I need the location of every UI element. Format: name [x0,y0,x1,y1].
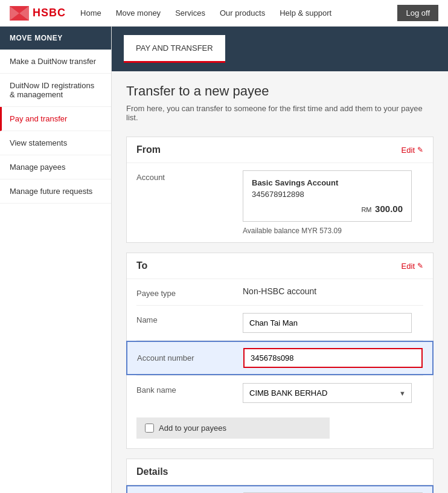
payee-type-label: Payee type [136,286,233,298]
sidebar-item-pay-transfer[interactable]: Pay and transfer [0,107,111,131]
top-navigation: HSBC Home Move money Services Our produc… [0,0,448,27]
pay-transfer-tab[interactable]: PAY AND TRANSFER [124,35,225,63]
logo-area: HSBC [10,6,66,21]
name-row: Name [127,306,433,340]
account-box: Basic Savings Account 345678912898 RM 30… [243,170,412,222]
main-layout: Move Money Make a DuitNow transfer DuitN… [0,27,448,493]
account-name: Basic Savings Account [252,178,403,187]
from-title: From [136,144,161,155]
from-account-row: Account Basic Savings Account 3456789128… [127,163,433,242]
name-label: Name [136,313,233,324]
to-section: To Edit ✎ Payee type Non-HSBC account Na… [126,253,434,449]
add-payees-checkbox[interactable] [145,424,154,433]
from-section: From Edit ✎ Account Basic Savings Accoun… [126,137,434,243]
account-number-row: Account number [126,341,434,375]
bank-select-wrapper: CIMB BANK BERHAD MAYBANK PUBLIC BANK RHB… [243,383,423,403]
account-label: Account [136,170,233,182]
account-box-wrapper: Basic Savings Account 345678912898 RM 30… [243,170,423,235]
balance-amount: 300.00 [375,204,403,214]
from-section-header: From Edit ✎ [127,137,433,163]
details-title: Details [136,466,168,477]
account-number-display: 345678912898 [252,190,403,199]
account-balance: RM 300.00 [252,204,403,214]
balance-currency: RM [361,206,371,213]
page-title: Transfer to a new payee [126,83,434,99]
logoff-button[interactable]: Log off [397,5,438,21]
content-header: PAY AND TRANSFER [112,27,448,71]
payee-type-value: Non-HSBC account [243,286,423,296]
edit-pencil-icon: ✎ [417,146,423,154]
bank-dropdown-wrapper: CIMB BANK BERHAD MAYBANK PUBLIC BANK RHB… [243,383,412,403]
nav-help-support[interactable]: Help & support [280,8,331,18]
available-balance: Available balance MYR 573.09 [243,227,423,235]
nav-links: Home Move money Services Our products He… [80,8,397,18]
bank-name-row: Bank name CIMB BANK BERHAD MAYBANK PUBLI… [127,376,433,410]
sidebar-item-manage-payees[interactable]: Manage payees [0,155,111,179]
sidebar-item-duitnow-transfer[interactable]: Make a DuitNow transfer [0,50,111,74]
to-section-header: To Edit ✎ [127,253,433,279]
nav-our-products[interactable]: Our products [220,8,265,18]
sidebar-item-duitnow-id[interactable]: DuitNow ID registrations & management [0,74,111,107]
hsbc-logo-text: HSBC [33,7,66,19]
details-section: Details Amount MYR Transfer method [126,459,434,493]
bank-name-label: Bank name [136,383,233,395]
sidebar: Move Money Make a DuitNow transfer DuitN… [0,27,112,493]
page-subtitle: From here, you can transfer to someone f… [126,104,434,122]
add-payees-row: Add to your payees [127,410,433,448]
to-title: To [136,260,147,271]
sidebar-item-view-statements[interactable]: View statements [0,131,111,155]
nav-home[interactable]: Home [80,8,101,18]
details-header: Details [127,459,433,485]
amount-row: Amount MYR [126,485,434,493]
to-edit-label: Edit [402,262,415,271]
hsbc-logo-icon [10,6,29,21]
nav-move-money[interactable]: Move money [116,8,161,18]
sidebar-header: Move Money [0,27,111,50]
nav-services[interactable]: Services [175,8,205,18]
name-input-wrapper [243,313,423,333]
name-input[interactable] [243,313,412,333]
sidebar-item-manage-future[interactable]: Manage future requests [0,179,111,204]
add-payees-text: Add to your payees [159,424,226,433]
page-content: Transfer to a new payee From here, you c… [112,71,448,493]
to-edit-pencil-icon: ✎ [417,262,423,270]
bank-name-select[interactable]: CIMB BANK BERHAD MAYBANK PUBLIC BANK RHB… [243,383,412,403]
account-number-input[interactable] [243,348,423,368]
to-edit-link[interactable]: Edit ✎ [402,262,423,271]
payee-type-row: Payee type Non-HSBC account [127,279,433,305]
account-number-label: Account number [137,353,234,362]
from-edit-link[interactable]: Edit ✎ [402,146,423,155]
from-edit-label: Edit [402,146,415,155]
add-payees-label[interactable]: Add to your payees [136,417,330,439]
content-area: PAY AND TRANSFER Transfer to a new payee… [112,27,448,493]
